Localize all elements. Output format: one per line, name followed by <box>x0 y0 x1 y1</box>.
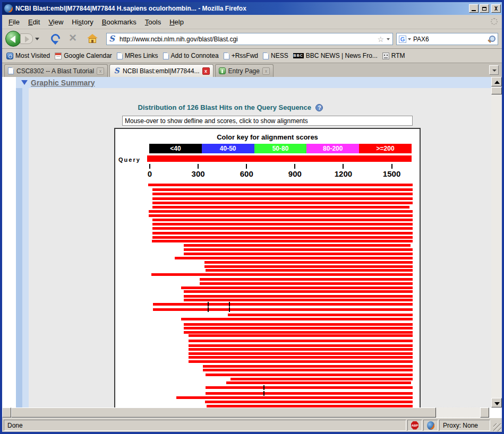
blast-hit-map[interactable]: Color key for alignment scores <4040-505… <box>114 128 421 407</box>
blast-hit-bar[interactable] <box>184 253 413 255</box>
bookmark-mres-links[interactable]: MRes Links <box>116 51 162 60</box>
title-bar[interactable]: NCBI Blast:embl|M77844|M77844 H.sapiens … <box>2 2 502 15</box>
vertical-scrollbar[interactable] <box>491 77 502 407</box>
blast-hit-bar[interactable] <box>152 206 409 209</box>
blast-hit-bar[interactable] <box>189 360 413 363</box>
close-button[interactable]: X <box>491 4 501 13</box>
blast-hit-bar[interactable] <box>205 401 413 403</box>
blast-hit-bar[interactable] <box>184 290 413 293</box>
search-icon[interactable] <box>487 35 496 44</box>
blast-hit-bar[interactable] <box>152 223 413 225</box>
blast-hit-bar[interactable] <box>184 331 413 334</box>
menu-bookmarks[interactable]: Bookmarks <box>98 16 141 28</box>
tab-close-icon[interactable]: x <box>262 67 270 75</box>
blast-hit-bar[interactable] <box>152 188 413 191</box>
adblock-panel[interactable]: ABP <box>407 420 422 431</box>
url-bar[interactable]: S http://www.ncbi.nlm.nih.gov/blast/Blas… <box>106 33 393 45</box>
bookmark-google-calendar[interactable]: Google Calendar <box>54 51 116 60</box>
help-icon[interactable]: ? <box>315 104 323 111</box>
bookmark-add-to-connotea[interactable]: Add to Connotea <box>162 51 223 60</box>
minimize-button[interactable] <box>469 4 479 13</box>
blast-hit-bar[interactable] <box>228 314 413 316</box>
blast-hit-bar[interactable] <box>152 202 413 204</box>
blast-hit-bar[interactable] <box>184 295 413 298</box>
blast-hit-bar[interactable] <box>153 303 413 306</box>
menu-tools[interactable]: Tools <box>141 16 165 28</box>
back-button[interactable] <box>5 31 21 47</box>
bookmark-bbc-news-news-fro[interactable]: BBCBBC NEWS | News Fro... <box>292 51 381 60</box>
menu-edit[interactable]: Edit <box>24 16 44 28</box>
graphic-summary-link[interactable]: Graphic Summary <box>31 79 95 87</box>
search-input[interactable]: PAX6 <box>413 36 487 43</box>
blast-hit-bar[interactable] <box>175 257 413 259</box>
blast-hit-bar[interactable] <box>152 219 413 221</box>
blast-hit-bar[interactable] <box>206 386 413 389</box>
maximize-button[interactable] <box>480 4 489 13</box>
blast-hit-bar[interactable] <box>206 392 413 395</box>
tab-1[interactable]: CSC8302 -- A Blast Tutorialx <box>4 64 108 77</box>
tab-close-icon[interactable]: x <box>202 67 210 75</box>
blast-hit-bar[interactable] <box>204 265 413 268</box>
search-box[interactable]: G PAX6 <box>396 33 498 45</box>
blast-hit-bar[interactable] <box>206 269 413 272</box>
blast-hit-bar[interactable] <box>189 352 413 355</box>
blast-hit-bar[interactable] <box>152 240 413 242</box>
reload-button[interactable] <box>49 32 62 45</box>
scroll-right-button[interactable] <box>480 407 489 418</box>
stop-button[interactable]: × <box>69 30 76 45</box>
tab-close-icon[interactable]: x <box>97 67 104 75</box>
blast-hit-bar[interactable] <box>226 381 411 384</box>
blast-hit-bar[interactable] <box>184 299 413 301</box>
menu-help[interactable]: Help <box>165 16 188 28</box>
blast-hit-bar[interactable] <box>206 374 413 376</box>
blast-hit-bar[interactable] <box>200 278 413 281</box>
scroll-left-button[interactable] <box>2 407 11 418</box>
blast-hit-bar[interactable] <box>148 184 413 186</box>
blast-hit-bar[interactable] <box>151 273 413 276</box>
blast-hit-bar[interactable] <box>189 348 413 351</box>
blast-hit-bar[interactable] <box>203 369 413 371</box>
blast-hit-bar[interactable] <box>203 365 413 368</box>
scroll-up-button[interactable] <box>491 77 502 86</box>
menu-file[interactable]: File <box>4 16 24 28</box>
blast-hit-bar[interactable] <box>189 344 413 347</box>
home-button[interactable] <box>87 34 98 43</box>
engine-dropdown-icon[interactable] <box>408 38 411 40</box>
blast-hit-bar[interactable] <box>152 193 413 195</box>
blast-hit-bar[interactable] <box>181 318 413 320</box>
blast-hit-bar[interactable] <box>149 214 413 217</box>
history-dropdown-icon[interactable] <box>35 38 39 40</box>
bookmark-most-visited[interactable]: Most Visited <box>5 51 54 60</box>
blast-hit-bar[interactable] <box>149 210 413 213</box>
google-engine-icon[interactable]: G <box>399 36 406 43</box>
blast-hit-bar[interactable] <box>189 334 413 337</box>
bookmark-ness[interactable]: NESS <box>262 51 292 60</box>
blast-hit-bar[interactable] <box>152 232 413 235</box>
blast-hit-bar[interactable] <box>152 227 413 230</box>
blast-hit-bar[interactable] <box>189 356 413 359</box>
menu-view[interactable]: View <box>44 16 67 28</box>
blast-hit-bar[interactable] <box>184 327 413 329</box>
tab-list-dropdown-button[interactable] <box>489 65 499 75</box>
bookmark-rtm[interactable]: RTM <box>381 51 409 60</box>
blast-hit-bar[interactable] <box>230 378 413 380</box>
blast-hit-bar[interactable] <box>184 323 413 326</box>
blast-hit-bar[interactable] <box>152 197 413 200</box>
forward-button[interactable] <box>20 33 33 44</box>
blast-hit-bar[interactable] <box>152 236 413 239</box>
horizontal-scrollbar[interactable] <box>2 407 489 418</box>
vertical-scroll-thumb[interactable] <box>491 87 502 94</box>
blast-hit-bar[interactable] <box>189 340 413 342</box>
adblock-plus-icon[interactable]: ABP <box>411 421 418 430</box>
scroll-down-button[interactable] <box>491 398 502 407</box>
blast-hit-bar[interactable] <box>204 261 413 264</box>
collapse-triangle-icon[interactable] <box>21 80 28 85</box>
blast-hit-bar[interactable] <box>176 396 413 399</box>
blast-hit-bar[interactable] <box>184 248 413 251</box>
firefox-status-icon[interactable] <box>427 421 434 430</box>
horizontal-scroll-thumb[interactable] <box>11 407 436 418</box>
tab-2[interactable]: SNCBI Blast:embl|M77844...x <box>109 64 213 77</box>
blast-hit-bar[interactable] <box>184 244 411 247</box>
blast-hit-bar[interactable] <box>200 282 413 285</box>
firefox-status-panel[interactable] <box>423 420 438 431</box>
